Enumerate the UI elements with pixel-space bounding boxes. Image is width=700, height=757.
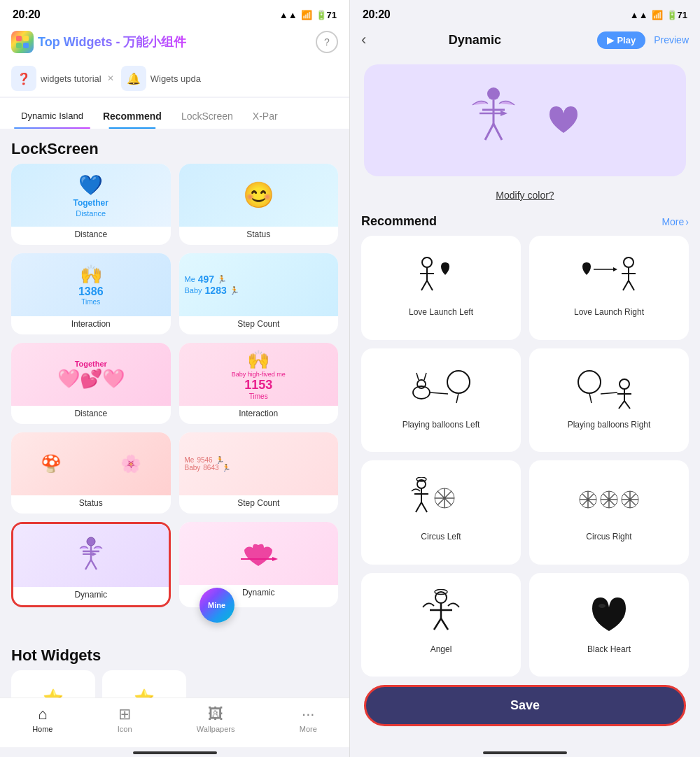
svg-point-49	[416, 477, 426, 481]
icon-grid-icon: ⊞	[118, 705, 131, 723]
svg-line-83	[441, 618, 448, 630]
svg-marker-18	[500, 111, 507, 116]
help-icon: ?	[324, 36, 330, 48]
wallpapers-icon: 🖼	[208, 705, 223, 723]
rec-card-circus-right[interactable]: Circus Right	[529, 460, 689, 565]
nav-more-label: More	[300, 725, 317, 733]
play-button[interactable]: ▶ Play	[597, 31, 645, 49]
tabs-bar: Dynamic Island Recommend LockScreen X-Pa…	[0, 98, 349, 129]
chevron-right-icon: ›	[685, 216, 689, 227]
angel-svg	[413, 589, 469, 635]
svg-point-34	[417, 380, 426, 388]
wifi-icon: 📶	[301, 10, 312, 20]
circus-left-svg	[406, 477, 476, 523]
right-battery-icon: 🔋71	[666, 10, 687, 20]
rec-thumb-balloons-right	[535, 360, 683, 416]
rec-card-love-launch-right[interactable]: Love Launch Right	[529, 236, 689, 340]
modify-color-section: Modify color?	[350, 189, 700, 201]
svg-point-4	[87, 537, 95, 546]
right-panel: 20:20 ▲▲ 📶 🔋71 ‹ Dynamic ▶ Play Preview	[350, 0, 700, 757]
svg-point-28	[624, 257, 634, 267]
hot-card-1[interactable]: ⭐	[11, 670, 95, 698]
rec-card-angel[interactable]: Angel	[361, 573, 521, 677]
widget-card-interaction-pink[interactable]: 🙌 Baby high-fived me 1153 Times Interact…	[179, 343, 339, 424]
nav-home[interactable]: ⌂ Home	[32, 705, 52, 733]
mine-btn[interactable]: Mine	[200, 588, 234, 623]
widget-thumb-together: 💙 Together Distance	[11, 164, 171, 227]
tab-lockscreen[interactable]: LockScreen	[172, 105, 243, 129]
rec-card-love-launch-left[interactable]: Love Launch Left	[361, 236, 521, 340]
rec-thumb-circus-right	[535, 472, 683, 528]
tab-recommend[interactable]: Recommend	[93, 105, 172, 129]
nav-more[interactable]: ··· More	[300, 705, 317, 733]
svg-line-32	[629, 281, 634, 290]
svg-line-9	[85, 560, 91, 569]
widget-label-step-blue: Step Count	[237, 319, 279, 329]
widget-card-status-blue[interactable]: 😊 Status	[179, 164, 339, 245]
nav-home-label: Home	[32, 725, 52, 733]
tab-dynamic-island[interactable]: Dynamic Island	[11, 105, 93, 129]
rec-label-love-launch-right: Love Launch Right	[574, 307, 644, 317]
save-bar: Save	[350, 677, 700, 747]
nav-wallpapers[interactable]: 🖼 Wallpapers	[197, 705, 235, 733]
svg-line-46	[619, 401, 624, 409]
rec-card-balloons-right[interactable]: Playing balloons Right	[529, 348, 689, 453]
bottom-nav: ⌂ Home ⊞ Icon 🖼 Wallpapers ··· More	[0, 698, 349, 747]
rec-card-circus-left[interactable]: Circus Left	[361, 460, 521, 565]
home-indicator-left	[133, 751, 217, 754]
rec-thumb-balloons-left	[367, 360, 515, 416]
help-button[interactable]: ?	[316, 31, 338, 53]
svg-line-20	[493, 124, 502, 140]
svg-point-43	[620, 379, 629, 389]
more-button[interactable]: More ›	[662, 216, 689, 227]
widget-card-interaction-blue[interactable]: 🙌 1386 Times Interaction	[11, 253, 171, 334]
rec-card-balloons-left[interactable]: Playing balloons Left	[361, 348, 521, 453]
preview-button[interactable]: Preview	[654, 34, 689, 45]
home-icon: ⌂	[38, 705, 47, 723]
svg-line-35	[416, 373, 419, 380]
nav-icon-item[interactable]: ⊞ Icon	[118, 705, 132, 733]
svg-line-10	[91, 560, 97, 569]
hot-widgets-title: Hot Widgets	[0, 637, 349, 670]
right-wifi-icon: 📶	[652, 10, 663, 20]
status-face-icon: 😊	[243, 181, 274, 210]
rec-label-circus-left: Circus Left	[421, 532, 461, 542]
modify-color-link[interactable]: Modify color?	[496, 190, 554, 201]
widget-thumb-interaction-blue: 🙌 1386 Times	[11, 253, 171, 316]
svg-rect-1	[23, 36, 29, 41]
svg-point-38	[447, 371, 470, 393]
banner-close-1[interactable]: ✕	[107, 73, 114, 83]
widget-card-distance-blue[interactable]: 💙 Together Distance Distance	[11, 164, 171, 245]
hot-card-2[interactable]: ⭐	[102, 670, 186, 698]
tab-xpar[interactable]: X-Par	[243, 105, 288, 129]
rec-card-black-heart[interactable]: Black Heart	[529, 573, 689, 677]
left-panel: 20:20 ▲▲ 📶 🔋71 Top Widgets - 万能小组件 ? ❓ w…	[0, 0, 350, 757]
preview-area	[364, 64, 686, 176]
save-button[interactable]: Save	[364, 685, 686, 726]
rec-thumb-angel	[367, 584, 515, 640]
svg-line-53	[421, 502, 427, 512]
widget-label-dist-pink: Distance	[74, 409, 107, 418]
widget-thumb-status-red: 🍄 🌸	[11, 432, 171, 495]
widget-card-distance-pink[interactable]: Together 🩷💕🩷 Distance	[11, 343, 171, 424]
balloons-left-svg	[406, 365, 476, 410]
battery-icon: 🔋71	[316, 10, 337, 20]
widget-card-status-red[interactable]: 🍄 🌸 Status	[11, 432, 171, 514]
widget-card-step-pink[interactable]: Me 9546 🏃 Baby 8643 🏃 Step Count	[179, 432, 339, 514]
recommend-grid: Love Launch Left	[350, 236, 700, 677]
banner-item-2: 🔔 Wigets upda	[121, 66, 201, 91]
widget-thumb-inter-pink: 🙌 Baby high-fived me 1153 Times	[179, 343, 339, 406]
svg-line-25	[427, 281, 433, 290]
svg-point-84	[598, 604, 606, 608]
nav-wallpapers-label: Wallpapers	[197, 725, 235, 733]
mine-button-area: Mine	[84, 588, 349, 623]
nav-icon-label: Icon	[118, 725, 132, 733]
widget-thumb-status: 😊	[179, 164, 339, 227]
right-time: 20:20	[363, 8, 390, 21]
banner-icon-1: ❓	[11, 66, 36, 91]
love-launch-right-svg	[574, 254, 644, 296]
widget-card-step-blue[interactable]: Me 497 🏃 Baby 1283 🏃 Step Count	[179, 253, 339, 334]
svg-rect-3	[23, 43, 29, 48]
recommend-title: Recommend	[361, 214, 437, 229]
recommend-header: Recommend More ›	[350, 211, 700, 236]
